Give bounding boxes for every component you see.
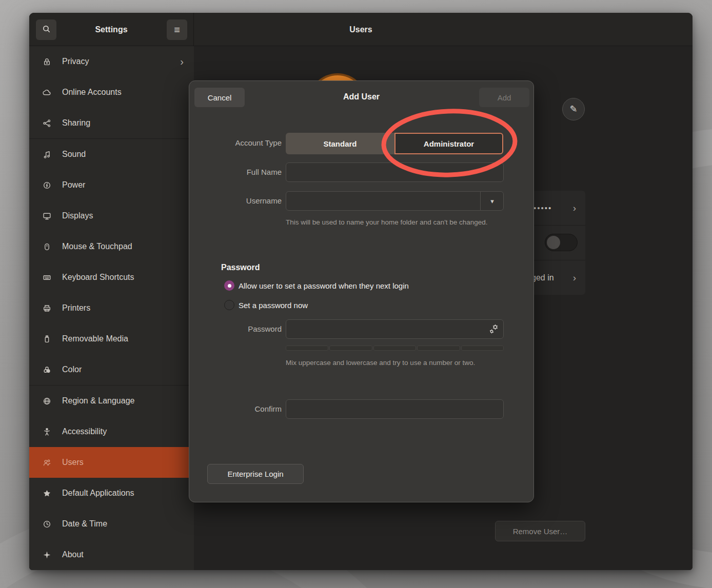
usb-icon <box>42 334 52 344</box>
sidebar-item-printers[interactable]: Printers <box>29 293 194 323</box>
users-icon <box>42 457 52 468</box>
chevron-right-icon: › <box>180 56 184 68</box>
panel-title: Users <box>194 13 528 46</box>
strength-segment <box>329 346 372 351</box>
sidebar-item-label: Printers <box>62 303 90 313</box>
cloud-icon <box>42 87 52 97</box>
account-type-segmented-control: Standard Administrator <box>286 133 503 154</box>
add-user-dialog: Cancel Add User Add Account Type Standar… <box>189 80 534 502</box>
header-left-pane: Settings ≡ <box>29 13 194 46</box>
sidebar-item-power[interactable]: Power <box>29 170 194 200</box>
display-icon <box>42 211 52 221</box>
sidebar-item-label: Date & Time <box>62 519 107 529</box>
sidebar-item-privacy[interactable]: Privacy › <box>29 46 194 77</box>
sidebar-item-label: Accessibility <box>62 427 107 436</box>
sidebar-item-label: Privacy <box>62 57 89 66</box>
printer-icon <box>42 303 52 313</box>
username-dropdown-button[interactable]: ▾ <box>480 191 504 211</box>
sidebar-item-label: Sound <box>62 150 86 159</box>
edit-avatar-button[interactable]: ✎ <box>562 98 585 120</box>
sidebar-item-label: Mouse & Touchpad <box>62 242 132 251</box>
add-button[interactable]: Add <box>479 88 529 107</box>
sidebar-item-region-language[interactable]: Region & Language <box>29 386 194 416</box>
full-name-label: Full Name <box>189 168 282 176</box>
sidebar-item-users[interactable]: Users <box>29 447 194 478</box>
sidebar-item-label: Online Accounts <box>62 88 122 97</box>
sidebar-item-label: Default Applications <box>62 489 134 498</box>
strength-segment <box>286 346 328 351</box>
account-type-label: Account Type <box>189 138 282 147</box>
sidebar-item-color[interactable]: Color <box>29 354 194 385</box>
strength-segment <box>373 346 416 351</box>
music-note-icon <box>42 149 52 159</box>
sparkle-icon <box>42 550 52 560</box>
sidebar-item-sharing[interactable]: Sharing <box>29 108 194 138</box>
keyboard-icon <box>42 272 52 282</box>
enterprise-login-button[interactable]: Enterprise Login <box>207 464 304 484</box>
username-field[interactable] <box>286 191 504 211</box>
toggle-knob <box>547 236 560 249</box>
chevron-right-icon: › <box>573 202 576 214</box>
sidebar-item-label: Region & Language <box>62 396 134 405</box>
radio-set-now-label[interactable]: Set a password now <box>239 301 308 310</box>
sidebar-item-label: Displays <box>62 211 93 220</box>
globe-icon <box>42 396 52 406</box>
password-field[interactable] <box>286 319 504 339</box>
header-right-pane: Users Add User… – ✕ <box>194 13 693 46</box>
logged-in-label: ged in <box>531 273 554 282</box>
username-hint: This will be used to name your home fold… <box>286 217 499 228</box>
sidebar-item-default-applications[interactable]: Default Applications <box>29 478 194 509</box>
chevron-right-icon: › <box>573 272 576 283</box>
sidebar-item-sound[interactable]: Sound <box>29 139 194 170</box>
header-bar: Settings ≡ Users Add User… – ✕ <box>29 13 693 46</box>
radio-next-login-label[interactable]: Allow user to set a password when they n… <box>239 281 409 290</box>
pencil-icon: ✎ <box>569 104 577 115</box>
clock-icon <box>42 519 52 529</box>
strength-segment <box>417 346 460 351</box>
administrator-button[interactable]: Administrator <box>394 133 503 154</box>
sidebar-item-label: Color <box>62 365 82 374</box>
sidebar-item-mouse-touchpad[interactable]: Mouse & Touchpad <box>29 231 194 262</box>
sidebar-item-label: Removable Media <box>62 334 128 343</box>
hamburger-icon: ≡ <box>174 25 180 35</box>
power-icon <box>42 180 52 190</box>
share-icon <box>42 118 52 128</box>
sidebar-item-label: Keyboard Shortcuts <box>62 273 134 282</box>
password-label: Password <box>189 325 282 333</box>
confirm-field[interactable] <box>286 399 504 419</box>
password-strength-meter <box>286 346 504 351</box>
sidebar-item-accessibility[interactable]: Accessibility <box>29 416 194 447</box>
star-icon <box>42 488 52 498</box>
chevron-down-icon: ▾ <box>490 197 494 205</box>
sidebar-item-removable-media[interactable]: Removable Media <box>29 323 194 354</box>
radio-set-now[interactable] <box>224 300 234 310</box>
toggle-switch[interactable] <box>545 234 578 251</box>
full-name-field[interactable] <box>286 163 504 182</box>
color-icon <box>42 364 52 375</box>
generate-password-icon[interactable] <box>488 323 500 335</box>
password-dots: ••••• <box>533 204 552 212</box>
accessibility-icon <box>42 427 52 437</box>
username-label: Username <box>189 196 282 205</box>
sidebar-item-label: Power <box>62 180 85 190</box>
confirm-label: Confirm <box>189 404 282 413</box>
password-section-heading: Password <box>221 263 260 272</box>
radio-next-login[interactable] <box>224 280 234 291</box>
menu-button[interactable]: ≡ <box>167 19 187 40</box>
sidebar-item-keyboard-shortcuts[interactable]: Keyboard Shortcuts <box>29 262 194 293</box>
strength-segment <box>461 346 504 351</box>
lock-icon <box>42 56 52 67</box>
settings-window: Settings ≡ Users Add User… – ✕ Privacy ›… <box>29 13 693 570</box>
sidebar-item-label: Users <box>62 458 84 467</box>
sidebar-item-displays[interactable]: Displays <box>29 200 194 231</box>
sidebar-item-date-time[interactable]: Date & Time <box>29 509 194 539</box>
sidebar-item-label: About <box>62 550 84 559</box>
sidebar: Privacy › Online Accounts Sharing Sound … <box>29 46 194 570</box>
sidebar-item-about[interactable]: About <box>29 539 194 570</box>
standard-button[interactable]: Standard <box>286 133 394 154</box>
sidebar-item-online-accounts[interactable]: Online Accounts <box>29 77 194 108</box>
password-hint: Mix uppercase and lowercase and try to u… <box>286 358 499 369</box>
sidebar-item-label: Sharing <box>62 118 90 128</box>
remove-user-button[interactable]: Remove User… <box>495 521 585 541</box>
mouse-icon <box>42 241 52 252</box>
